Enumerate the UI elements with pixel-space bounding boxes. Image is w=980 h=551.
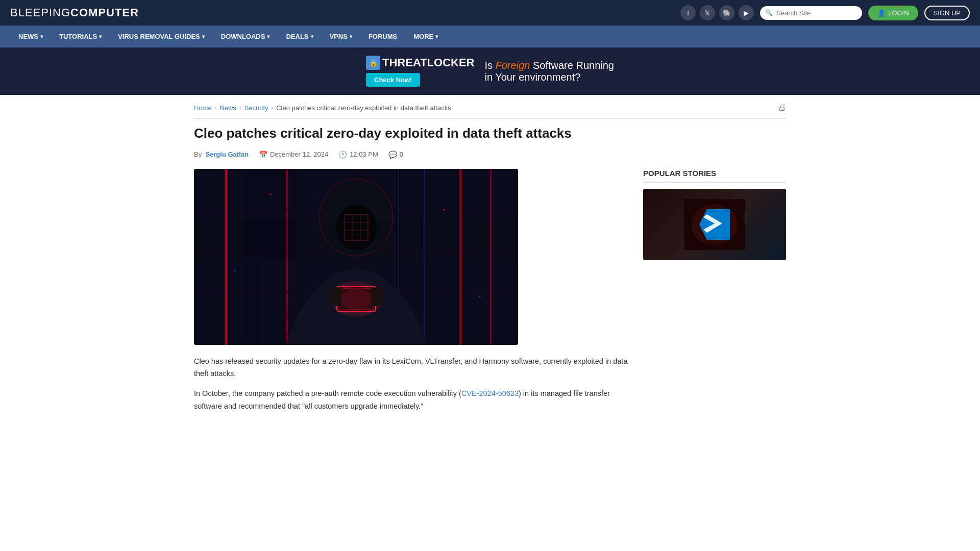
- twitter-icon[interactable]: 𝕏: [700, 5, 715, 20]
- two-col-layout: Cleo has released security updates for a…: [194, 169, 786, 420]
- nav-news[interactable]: NEWS ▾: [10, 26, 51, 47]
- meta-comments: 💬 0: [388, 151, 403, 159]
- signup-button[interactable]: SIGN UP: [924, 6, 970, 20]
- header-right: f 𝕏 🐘 ▶ 🔍 👤 LOGIN SIGN UP: [680, 5, 970, 20]
- hacker-svg: [194, 169, 518, 345]
- logo-part2: COMPUTER: [70, 6, 139, 19]
- search-icon: 🔍: [765, 9, 773, 16]
- logo-part1: BLEEPING: [10, 6, 70, 19]
- article-date: December 12, 2024: [270, 151, 328, 158]
- user-icon: 👤: [877, 9, 886, 17]
- nav-deals-label: DEALS: [286, 33, 308, 40]
- breadcrumb-home[interactable]: Home: [194, 104, 212, 112]
- author-by: By: [194, 151, 202, 158]
- nav-tutorials-label: TUTORIALS: [59, 33, 97, 40]
- nav-downloads-arrow: ▾: [267, 34, 270, 39]
- nav-deals-arrow: ▾: [311, 34, 313, 39]
- nav-forums[interactable]: FORUMS: [360, 26, 405, 47]
- svg-point-25: [270, 193, 272, 195]
- nav-deals[interactable]: DEALS ▾: [278, 26, 321, 47]
- popular-stories-title: POPULAR STORIES: [643, 169, 786, 183]
- nav-more-arrow: ▾: [435, 34, 438, 39]
- breadcrumb: Home › News › Security › Cleo patches cr…: [194, 103, 786, 119]
- check-now-button[interactable]: Check Now!: [366, 73, 420, 87]
- svg-point-26: [443, 209, 445, 211]
- threatlocker-name: THREATLOCKER: [382, 56, 474, 69]
- article-title: Cleo patches critical zero-day exploited…: [194, 125, 786, 142]
- main-col: Cleo has released security updates for a…: [194, 169, 628, 420]
- svg-rect-2: [226, 169, 227, 345]
- nav-tutorials-arrow: ▾: [99, 34, 102, 39]
- author-link[interactable]: Sergiu Gatlan: [205, 151, 249, 158]
- calendar-icon: 📅: [259, 151, 267, 159]
- banner-pre: Is: [484, 60, 495, 71]
- nav-vpns[interactable]: VPNS ▾: [322, 26, 360, 47]
- nav-more-label: MORE: [413, 33, 433, 40]
- author-byline: By Sergiu Gatlan: [194, 151, 249, 158]
- mastodon-icon[interactable]: 🐘: [719, 5, 734, 20]
- nav-tutorials[interactable]: TUTORIALS ▾: [51, 26, 110, 47]
- cve-link[interactable]: CVE-2024-50623: [461, 389, 519, 397]
- svg-point-28: [479, 295, 481, 297]
- svg-rect-11: [424, 169, 425, 345]
- search-input[interactable]: [760, 6, 862, 20]
- login-button[interactable]: 👤 LOGIN: [868, 6, 918, 20]
- nav-news-arrow: ▾: [40, 34, 43, 39]
- banner-post: Software Running: [530, 60, 614, 71]
- nav-virus-arrow: ▾: [202, 34, 205, 39]
- tl-icon: 🔒: [366, 56, 380, 70]
- login-label: LOGIN: [888, 9, 909, 17]
- nav-news-label: NEWS: [18, 33, 38, 40]
- print-icon[interactable]: 🖨: [778, 103, 786, 112]
- facebook-icon[interactable]: f: [680, 5, 696, 20]
- nav-vpns-label: VPNS: [330, 33, 348, 40]
- banner-logo-wrap: 🔒 THREATLOCKER Check Now!: [366, 56, 474, 87]
- article-hero-image: [194, 169, 518, 345]
- clock-icon: 🕐: [338, 151, 347, 159]
- meta-time: 🕐 12:03 PM: [338, 151, 378, 159]
- nav-downloads-label: DOWNLOADS: [221, 33, 265, 40]
- meta-date: 📅 December 12, 2024: [259, 151, 328, 159]
- banner-sub: in Your environment?: [484, 71, 580, 83]
- svg-rect-3: [286, 169, 288, 345]
- breadcrumb-sep-3: ›: [272, 105, 274, 111]
- threatlocker-logo: 🔒 THREATLOCKER: [366, 56, 474, 70]
- banner-highlight: Foreign: [496, 60, 530, 71]
- svg-rect-5: [490, 169, 492, 345]
- nav-forums-label: FORUMS: [369, 33, 397, 40]
- svg-point-14: [336, 205, 377, 251]
- breadcrumb-news[interactable]: News: [219, 104, 236, 112]
- site-logo[interactable]: BLEEPINGCOMPUTER: [10, 6, 139, 19]
- main-nav: NEWS ▾ TUTORIALS ▾ VIRUS REMOVAL GUIDES …: [0, 26, 980, 47]
- site-header: BLEEPINGCOMPUTER f 𝕏 🐘 ▶ 🔍 👤 LOGIN SIGN …: [0, 0, 980, 26]
- popular-thumb-svg: [684, 199, 745, 250]
- nav-virus[interactable]: VIRUS REMOVAL GUIDES ▾: [110, 26, 213, 47]
- breadcrumb-sep-2: ›: [239, 105, 241, 111]
- popular-story-thumb[interactable]: [643, 189, 786, 260]
- banner-headline: Is Foreign Software Running in Your envi…: [484, 60, 614, 83]
- nav-vpns-arrow: ▾: [350, 34, 352, 39]
- banner-ad: 🔒 THREATLOCKER Check Now! Is Foreign Sof…: [0, 47, 980, 95]
- search-bar: 🔍: [760, 6, 862, 20]
- content-wrap: Home › News › Security › Cleo patches cr…: [184, 95, 796, 428]
- article-body: Cleo has released security updates for a…: [194, 355, 628, 413]
- comment-count: 0: [400, 151, 403, 158]
- breadcrumb-current: Cleo patches critical zero-day exploited…: [276, 104, 451, 112]
- sidebar-col: POPULAR STORIES: [643, 169, 786, 420]
- social-icons: f 𝕏 🐘 ▶: [680, 5, 754, 20]
- breadcrumb-sep-1: ›: [215, 105, 217, 111]
- svg-point-27: [234, 270, 236, 271]
- nav-more[interactable]: MORE ▾: [405, 26, 446, 47]
- article-paragraph-1: Cleo has released security updates for a…: [194, 355, 628, 380]
- comment-icon: 💬: [388, 151, 397, 159]
- article-time: 12:03 PM: [350, 151, 378, 158]
- svg-point-18: [341, 289, 372, 309]
- youtube-icon[interactable]: ▶: [739, 5, 754, 20]
- nav-virus-label: VIRUS REMOVAL GUIDES: [118, 33, 200, 40]
- article-paragraph-2: In October, the company patched a pre-au…: [194, 387, 628, 412]
- article-meta: By Sergiu Gatlan 📅 December 12, 2024 🕐 1…: [194, 151, 786, 159]
- nav-downloads[interactable]: DOWNLOADS ▾: [213, 26, 278, 47]
- breadcrumb-security[interactable]: Security: [244, 104, 268, 112]
- svg-rect-4: [459, 169, 462, 345]
- breadcrumb-left: Home › News › Security › Cleo patches cr…: [194, 104, 451, 112]
